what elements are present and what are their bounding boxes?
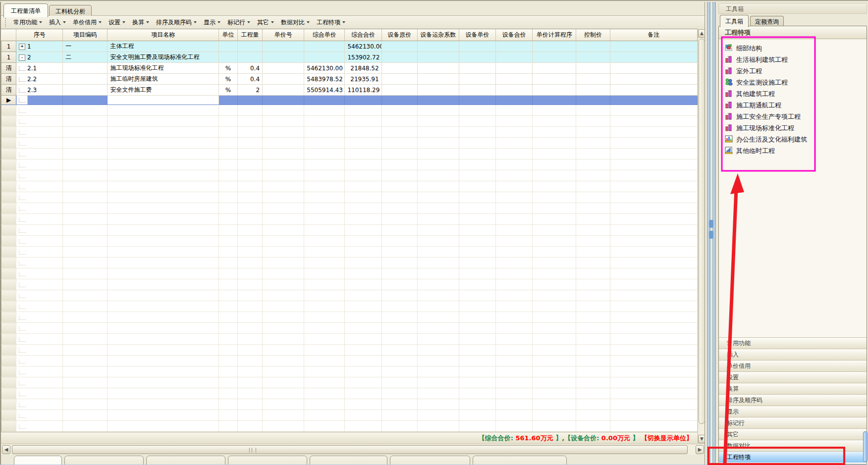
empty-cell[interactable] xyxy=(610,138,697,149)
empty-table-row[interactable] xyxy=(1,181,698,192)
empty-cell[interactable] xyxy=(218,366,237,377)
empty-cell[interactable] xyxy=(459,301,495,312)
empty-cell[interactable] xyxy=(459,105,495,116)
empty-cell[interactable] xyxy=(304,181,345,192)
empty-cell[interactable] xyxy=(610,377,697,388)
row-gutter-cell[interactable] xyxy=(1,323,16,334)
panel-splitter[interactable] xyxy=(705,2,718,465)
accordion-item-6[interactable]: 排序及顺序码 xyxy=(719,394,867,406)
cell[interactable]: 0.4 xyxy=(237,63,262,74)
empty-cell[interactable] xyxy=(496,258,533,268)
empty-cell[interactable] xyxy=(345,170,381,181)
cell[interactable] xyxy=(610,74,697,85)
cell[interactable] xyxy=(108,96,218,105)
cell[interactable]: 21935.91 xyxy=(345,74,381,85)
empty-cell[interactable] xyxy=(345,301,381,312)
empty-cell[interactable] xyxy=(381,279,417,290)
row-gutter-cell[interactable] xyxy=(1,279,16,290)
empty-cell[interactable] xyxy=(345,290,381,301)
empty-cell[interactable] xyxy=(16,421,63,432)
empty-cell[interactable] xyxy=(237,247,262,258)
row-gutter-cell[interactable] xyxy=(1,399,16,410)
feature-item-2[interactable]: 生活福利建筑工程 xyxy=(719,54,867,65)
cell[interactable] xyxy=(459,41,495,52)
empty-cell[interactable] xyxy=(417,258,459,268)
empty-cell[interactable] xyxy=(108,236,218,247)
cell[interactable] xyxy=(417,85,459,96)
cell[interactable] xyxy=(576,85,610,96)
empty-cell[interactable] xyxy=(63,192,108,203)
empty-cell[interactable] xyxy=(263,290,304,301)
empty-cell[interactable] xyxy=(345,116,381,127)
column-header-7[interactable]: 综合单价 xyxy=(304,29,345,41)
empty-table-row[interactable] xyxy=(1,247,698,258)
row-gutter-cell[interactable] xyxy=(1,225,16,236)
empty-table-row[interactable] xyxy=(1,388,698,399)
empty-cell[interactable] xyxy=(610,149,697,159)
row-gutter-cell[interactable] xyxy=(1,258,16,268)
empty-cell[interactable] xyxy=(263,149,304,159)
scroll-right-icon[interactable]: ▶ xyxy=(696,445,704,454)
empty-cell[interactable] xyxy=(496,290,533,301)
empty-cell[interactable] xyxy=(576,149,610,159)
empty-cell[interactable] xyxy=(263,127,304,138)
empty-cell[interactable] xyxy=(496,410,533,421)
empty-cell[interactable] xyxy=(576,301,610,312)
cell[interactable] xyxy=(576,41,610,52)
empty-cell[interactable] xyxy=(304,279,345,290)
empty-cell[interactable] xyxy=(381,301,417,312)
cell[interactable] xyxy=(496,41,533,52)
empty-cell[interactable] xyxy=(345,334,381,345)
empty-cell[interactable] xyxy=(263,159,304,170)
cell[interactable] xyxy=(533,74,576,85)
empty-cell[interactable] xyxy=(496,356,533,366)
empty-cell[interactable] xyxy=(304,258,345,268)
empty-cell[interactable] xyxy=(417,388,459,399)
cell[interactable]: 施工临时房屋建筑 xyxy=(108,74,218,85)
empty-cell[interactable] xyxy=(16,138,63,149)
empty-cell[interactable] xyxy=(496,399,533,410)
column-header-15[interactable]: 备注 xyxy=(610,29,697,41)
empty-cell[interactable] xyxy=(237,268,262,279)
empty-cell[interactable] xyxy=(304,203,345,214)
empty-cell[interactable] xyxy=(533,138,576,149)
empty-cell[interactable] xyxy=(237,388,262,399)
empty-cell[interactable] xyxy=(576,345,610,356)
empty-cell[interactable] xyxy=(263,181,304,192)
empty-cell[interactable] xyxy=(496,127,533,138)
empty-cell[interactable] xyxy=(108,290,218,301)
empty-cell[interactable] xyxy=(533,312,576,323)
empty-cell[interactable] xyxy=(218,149,237,159)
empty-cell[interactable] xyxy=(496,236,533,247)
empty-cell[interactable] xyxy=(263,214,304,225)
empty-cell[interactable] xyxy=(345,181,381,192)
empty-cell[interactable] xyxy=(63,356,108,366)
empty-cell[interactable] xyxy=(218,399,237,410)
empty-cell[interactable] xyxy=(533,192,576,203)
empty-cell[interactable] xyxy=(459,399,495,410)
empty-cell[interactable] xyxy=(304,366,345,377)
empty-cell[interactable] xyxy=(381,312,417,323)
toolbar-menu-3[interactable]: 单价借用 xyxy=(69,17,105,28)
empty-table-row[interactable] xyxy=(1,356,698,366)
row-gutter-cell[interactable] xyxy=(1,268,16,279)
empty-table-row[interactable] xyxy=(1,236,698,247)
empty-cell[interactable] xyxy=(496,366,533,377)
column-header-9[interactable]: 设备原价 xyxy=(381,29,417,41)
empty-cell[interactable] xyxy=(63,225,108,236)
empty-cell[interactable] xyxy=(237,421,262,432)
toolbar-menu-9[interactable]: 其它 xyxy=(254,17,277,28)
empty-cell[interactable] xyxy=(304,116,345,127)
empty-cell[interactable] xyxy=(417,377,459,388)
empty-cell[interactable] xyxy=(304,345,345,356)
cell[interactable] xyxy=(610,85,697,96)
empty-cell[interactable] xyxy=(63,170,108,181)
empty-cell[interactable] xyxy=(218,214,237,225)
empty-cell[interactable] xyxy=(381,159,417,170)
empty-cell[interactable] xyxy=(533,159,576,170)
empty-cell[interactable] xyxy=(381,399,417,410)
empty-cell[interactable] xyxy=(16,105,63,116)
feature-item-9[interactable]: 办公生活及文化福利建筑 xyxy=(719,134,867,145)
empty-table-row[interactable] xyxy=(1,421,698,432)
cell[interactable]: 2.1 xyxy=(16,63,63,74)
